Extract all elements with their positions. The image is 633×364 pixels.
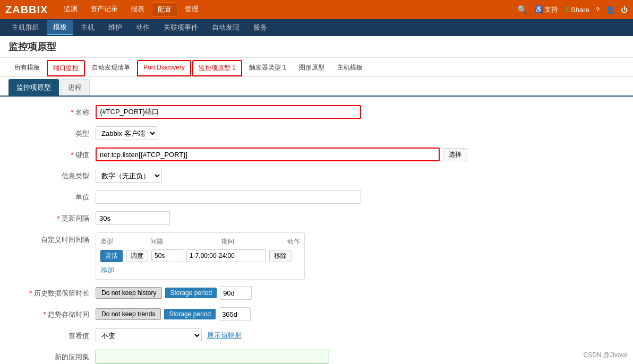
top-nav-items: 监测 资产记录 报表 配置 管理 bbox=[58, 2, 517, 17]
trend-label: 趋势存储时间 bbox=[11, 307, 96, 319]
interval-flexible-btn[interactable]: 灵活 bbox=[100, 250, 123, 262]
form-row-new-app: 新的应用集 bbox=[11, 350, 622, 364]
new-app-label: 新的应用集 bbox=[11, 350, 96, 362]
logo: ZABBIX bbox=[5, 4, 48, 16]
nav-item-config[interactable]: 配置 bbox=[152, 2, 177, 17]
infotype-select[interactable]: 数字（无正负） bbox=[96, 169, 162, 183]
top-nav: ZABBIX 监测 资产记录 报表 配置 管理 🔍 ♿ 支持 Z Share ?… bbox=[0, 0, 633, 19]
user-icon[interactable]: 👤 bbox=[606, 6, 614, 14]
tab-host-template[interactable]: 主机模板 bbox=[331, 60, 369, 76]
tab-port-discovery[interactable]: Port Discovery bbox=[137, 60, 191, 76]
col-interval: 间隔 bbox=[150, 237, 163, 246]
history-no-keep-btn[interactable]: Do not keep history bbox=[96, 287, 162, 299]
sub-tab-bar: 监控项原型 进程 bbox=[0, 77, 633, 97]
form-row-interval: 更新间隔 bbox=[11, 211, 622, 226]
col-period: 期间 bbox=[221, 237, 234, 246]
form-row-key: 键值 选择 bbox=[11, 148, 622, 162]
trend-storage-input[interactable] bbox=[219, 307, 251, 321]
watermark: CSDN @Jivove bbox=[583, 351, 628, 359]
share-icon: Z bbox=[564, 6, 569, 14]
update-interval-input[interactable] bbox=[96, 211, 170, 225]
type-select[interactable]: Zabbix 客户端 bbox=[96, 126, 157, 140]
second-nav: 主机群组 模板 主机 维护 动作 关联项事件 自动发现 服务 bbox=[0, 19, 633, 36]
new-app-control bbox=[96, 350, 361, 363]
interval-remove-btn[interactable]: 移除 bbox=[269, 250, 292, 262]
interval-period-input[interactable] bbox=[186, 249, 266, 262]
interval-value-input[interactable] bbox=[151, 249, 183, 262]
interval-box: 类型 间隔 期间 动作 灵活 调度 移除 添加 bbox=[96, 232, 305, 280]
search-icon[interactable]: 🔍 bbox=[517, 5, 528, 15]
secondnav-services[interactable]: 服务 bbox=[247, 21, 273, 34]
key-label: 键值 bbox=[11, 148, 96, 160]
type-control: Zabbix 客户端 bbox=[96, 126, 361, 140]
support-link[interactable]: ♿ 支持 bbox=[534, 5, 559, 14]
history-storage-input[interactable] bbox=[220, 286, 252, 300]
form-row-checkvalue: 查看值 不变 展示值映射 bbox=[11, 328, 622, 343]
interval-section: 类型 间隔 期间 动作 灵活 调度 移除 添加 bbox=[96, 232, 305, 280]
trend-storage-row: Do not keep trends Storage period bbox=[96, 307, 251, 321]
history-storage-btn[interactable]: Storage period bbox=[165, 288, 217, 298]
secondnav-action[interactable]: 动作 bbox=[130, 21, 156, 34]
nav-item-assets[interactable]: 资产记录 bbox=[85, 2, 123, 17]
checkvalue-control: 不变 展示值映射 bbox=[96, 328, 242, 342]
subtab-process[interactable]: 进程 bbox=[60, 79, 90, 96]
tab-discovery-list[interactable]: 自动发现清单 bbox=[86, 60, 136, 76]
page-title: 监控项原型 bbox=[8, 40, 625, 53]
custom-interval-label: 自定义时间间隔 bbox=[11, 232, 96, 245]
interval-add-btn[interactable]: 添加 bbox=[100, 265, 114, 275]
checkvalue-select[interactable]: 不变 bbox=[96, 328, 202, 342]
history-label: 历史数据保留时长 bbox=[11, 286, 96, 298]
history-storage-row: Do not keep history Storage period bbox=[96, 286, 252, 300]
logout-icon[interactable]: ⏻ bbox=[621, 6, 628, 14]
form-row-name: 名称 bbox=[11, 105, 622, 120]
tab-monitor-prototype[interactable]: 监控项原型 1 bbox=[192, 60, 242, 76]
new-app-input[interactable] bbox=[96, 350, 329, 363]
nav-item-reports[interactable]: 报表 bbox=[125, 2, 150, 17]
tab-trigger-type[interactable]: 触发器类型 1 bbox=[243, 60, 292, 76]
update-interval-control bbox=[96, 211, 361, 225]
top-nav-right: 🔍 ♿ 支持 Z Share ? 👤 ⏻ bbox=[517, 5, 628, 15]
form-area: 名称 类型 Zabbix 客户端 键值 选择 信息类型 数字（无正负） 单位 bbox=[0, 97, 633, 364]
name-input[interactable] bbox=[96, 105, 361, 119]
unit-input[interactable] bbox=[96, 190, 361, 204]
col-action: 动作 bbox=[287, 237, 300, 246]
infotype-label: 信息类型 bbox=[11, 169, 96, 181]
trend-no-keep-btn[interactable]: Do not keep trends bbox=[96, 308, 161, 320]
tab-graph-prototype[interactable]: 图形原型 bbox=[293, 60, 330, 76]
key-select-button[interactable]: 选择 bbox=[443, 148, 467, 161]
unit-label: 单位 bbox=[11, 190, 96, 202]
value-mapping-link[interactable]: 展示值映射 bbox=[207, 331, 242, 340]
name-control bbox=[96, 105, 361, 119]
key-row: 选择 bbox=[96, 148, 467, 161]
trend-storage-btn[interactable]: Storage period bbox=[164, 309, 216, 319]
share-link[interactable]: Z Share bbox=[564, 6, 589, 14]
form-row-trend: 趋势存储时间 Do not keep trends Storage period bbox=[11, 307, 622, 322]
secondnav-hostgroup[interactable]: 主机群组 bbox=[5, 21, 46, 34]
name-label: 名称 bbox=[11, 105, 96, 117]
help-button[interactable]: ? bbox=[596, 6, 600, 14]
interval-row: 灵活 调度 移除 bbox=[100, 249, 300, 262]
nav-item-monitor[interactable]: 监测 bbox=[58, 2, 83, 17]
tab-bar: 所有模板 端口监控 自动发现清单 Port Discovery 监控项原型 1 … bbox=[0, 58, 633, 77]
subtab-monitor-prototype[interactable]: 监控项原型 bbox=[8, 79, 59, 96]
form-row-unit: 单位 bbox=[11, 190, 622, 205]
col-type: 类型 bbox=[100, 237, 113, 246]
form-row-type: 类型 Zabbix 客户端 bbox=[11, 126, 622, 141]
secondnav-host[interactable]: 主机 bbox=[74, 21, 101, 34]
interval-header: 类型 间隔 期间 动作 bbox=[100, 237, 300, 246]
unit-control bbox=[96, 190, 361, 204]
form-row-history: 历史数据保留时长 Do not keep history Storage per… bbox=[11, 286, 622, 301]
update-interval-label: 更新间隔 bbox=[11, 211, 96, 223]
tab-port-monitor[interactable]: 端口监控 bbox=[47, 60, 85, 76]
secondnav-correlation[interactable]: 关联项事件 bbox=[157, 21, 204, 34]
tab-all-templates[interactable]: 所有模板 bbox=[8, 60, 46, 76]
interval-add-row: 添加 bbox=[100, 265, 300, 275]
infotype-control: 数字（无正负） bbox=[96, 169, 361, 183]
key-input[interactable] bbox=[96, 148, 440, 161]
page-title-bar: 监控项原型 bbox=[0, 36, 633, 58]
nav-item-admin[interactable]: 管理 bbox=[179, 2, 204, 17]
secondnav-template[interactable]: 模板 bbox=[47, 20, 73, 35]
secondnav-maintenance[interactable]: 维护 bbox=[102, 21, 129, 34]
interval-schedule-btn[interactable]: 调度 bbox=[126, 250, 148, 262]
secondnav-discovery[interactable]: 自动发现 bbox=[206, 21, 246, 34]
